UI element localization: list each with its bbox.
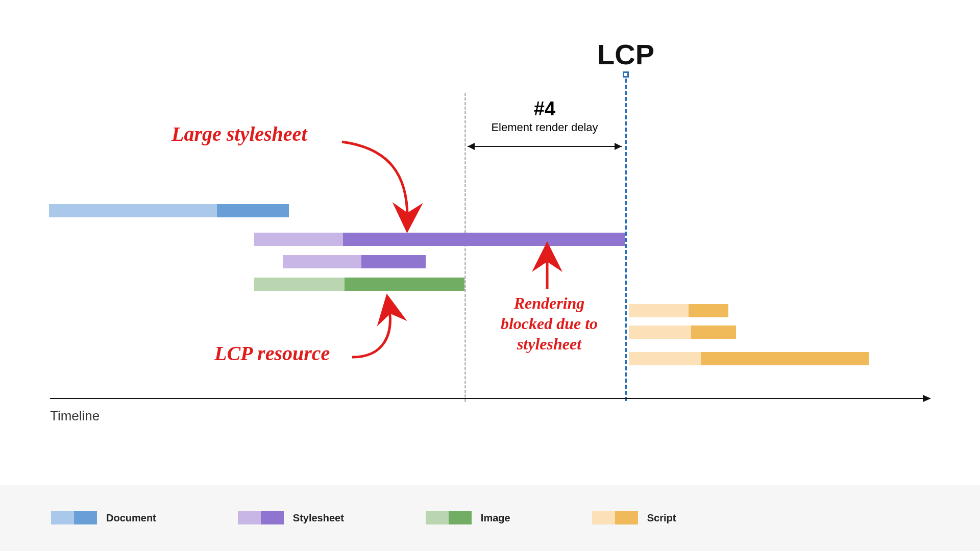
bar-seg-dark [361, 255, 426, 268]
bar-seg-light [283, 255, 361, 268]
timeline-axis-label: Timeline [50, 408, 100, 424]
bar-seg-light [629, 304, 689, 317]
legend-item-stylesheet: Stylesheet [238, 511, 344, 524]
segment-4-range-arrow [468, 146, 622, 147]
annotation-line: stylesheet [493, 334, 605, 354]
bar-seg-light [254, 278, 345, 291]
legend-label: Document [106, 512, 156, 524]
marker-lcp-cap [623, 71, 629, 78]
bar-seg-dark [701, 352, 869, 365]
bar-document [49, 204, 289, 217]
legend-swatch [51, 511, 97, 524]
segment-4-subtitle: Element render delay [491, 121, 598, 134]
segment-4-label: #4 Element render delay [491, 98, 598, 134]
timeline-axis [50, 398, 930, 399]
legend-swatch [592, 511, 638, 524]
annotation-line: Rendering [493, 293, 605, 313]
marker-lcp-dashed [625, 72, 627, 401]
legend-label: Image [481, 512, 510, 524]
bar-script-3 [629, 352, 869, 365]
bar-seg-dark [689, 304, 728, 317]
annotation-arrows [0, 0, 980, 551]
annotation-line: blocked due to [493, 313, 605, 334]
bar-script-2 [629, 325, 736, 339]
bar-seg-dark [343, 233, 625, 246]
legend-label: Script [647, 512, 676, 524]
bar-stylesheet-small [283, 255, 426, 268]
bar-seg-light [254, 233, 343, 246]
legend-label: Stylesheet [293, 512, 344, 524]
bar-script-1 [629, 304, 728, 317]
bar-seg-light [629, 352, 701, 365]
legend-swatch [426, 511, 472, 524]
annotation-lcp-resource: LCP resource [214, 341, 330, 366]
bar-image-lcp [254, 278, 464, 291]
bar-seg-dark [691, 325, 736, 339]
lcp-label: LCP [597, 38, 654, 71]
annotation-render-blocked: Rendering blocked due to stylesheet [493, 293, 605, 354]
timeline-diagram: LCP #4 Element render delay Timeline Lar… [0, 0, 980, 551]
bar-stylesheet-large [254, 233, 625, 246]
bar-seg-light [629, 325, 691, 339]
bar-seg-dark [217, 204, 289, 217]
legend-item-image: Image [426, 511, 510, 524]
legend-item-script: Script [592, 511, 676, 524]
bar-seg-light [49, 204, 217, 217]
legend-item-document: Document [51, 511, 156, 524]
legend-swatch [238, 511, 284, 524]
bar-seg-dark [345, 278, 464, 291]
marker-gray-dashed [464, 93, 466, 402]
legend: Document Stylesheet Image Script [0, 485, 980, 551]
annotation-large-stylesheet: Large stylesheet [172, 121, 307, 147]
segment-4-title: #4 [491, 98, 598, 120]
